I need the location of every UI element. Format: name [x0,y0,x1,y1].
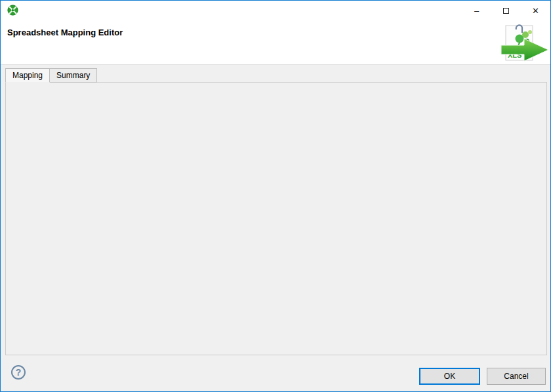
help-icon: ? [16,367,22,378]
maximize-button[interactable] [491,1,521,20]
minimize-button[interactable]: – [462,1,491,20]
dialog-header: Spreadsheet Mapping Editor XLS [1,20,550,65]
maximize-icon [503,8,509,14]
help-button[interactable]: ? [11,365,26,380]
tab-mapping[interactable]: Mapping [5,68,50,83]
tab-summary[interactable]: Summary [49,68,97,83]
minimize-icon: – [474,6,479,16]
page-title: Spreadsheet Mapping Editor [7,28,123,37]
titlebar: – ✕ [1,1,550,20]
cancel-button[interactable]: Cancel [487,368,546,385]
xls-export-icon: XLS [500,22,550,64]
close-button[interactable]: ✕ [521,1,550,20]
clover-app-icon [7,5,18,16]
editor-tabs: Mapping Summary [5,68,97,83]
close-icon: ✕ [532,6,539,16]
mapping-tab-frame [5,82,547,355]
spreadsheet-mapping-editor-dialog: – ✕ Spreadsheet Mapping Editor XLS Mapp [0,0,551,392]
ok-button[interactable]: OK [419,368,480,385]
